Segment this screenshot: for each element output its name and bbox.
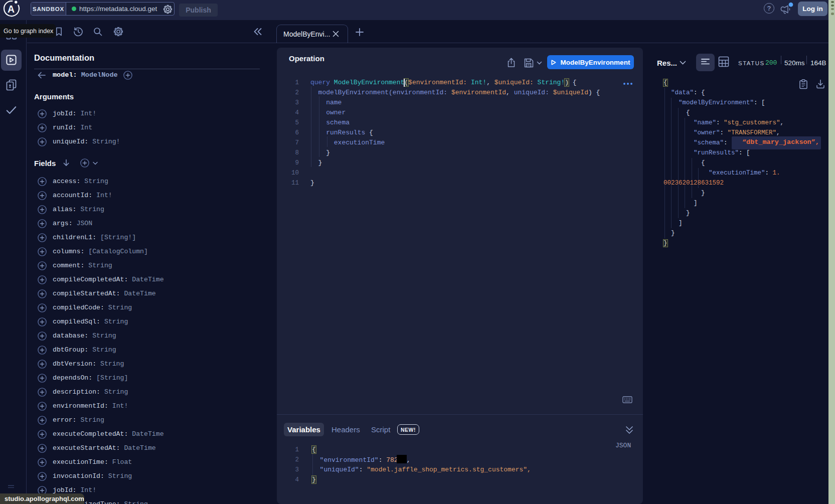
svg-text:A: A [8, 4, 15, 15]
